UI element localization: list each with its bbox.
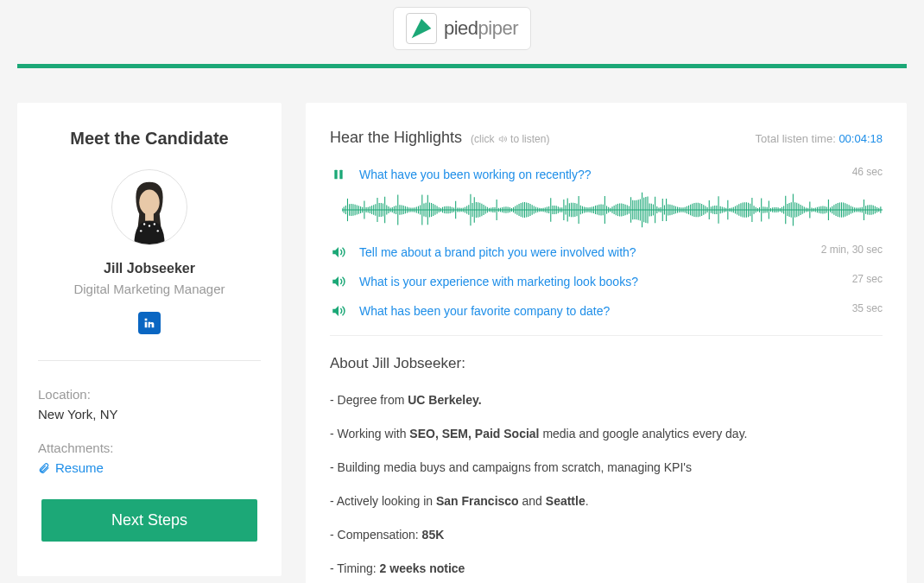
svg-point-7 (157, 230, 159, 231)
svg-rect-8 (334, 170, 337, 180)
company-logo: piedpiper (393, 7, 531, 50)
logo-mark-icon (406, 13, 437, 44)
attachments-label: Attachments: (38, 440, 261, 455)
logo-text: piedpiper (444, 17, 518, 40)
about-line: - Working with SEO, SEM, Paid Social med… (330, 425, 883, 443)
pause-icon[interactable] (330, 166, 347, 183)
audio-waveform[interactable] (342, 192, 883, 228)
about-line: - Timing: 2 weeks notice (330, 560, 883, 578)
svg-point-4 (149, 225, 150, 226)
about-line: - Building media buys and campaigns from… (330, 459, 883, 477)
track-duration: 2 min, 30 sec (821, 244, 883, 256)
divider (38, 360, 261, 361)
track-title[interactable]: Tell me about a brand pitch you were inv… (359, 245, 636, 259)
linkedin-icon[interactable] (138, 312, 161, 334)
about-line: - Compensation: 85K (330, 526, 883, 544)
track-duration: 35 sec (852, 302, 883, 314)
svg-point-1 (139, 189, 159, 214)
track-title[interactable]: What is your experience with marketing l… (359, 275, 638, 288)
paperclip-icon (38, 462, 50, 474)
track-title[interactable]: What have you been working on recently?? (359, 168, 592, 181)
track-title[interactable]: What has been your favorite company to d… (359, 304, 610, 318)
main-content: Hear the Highlights (click to listen) To… (306, 103, 907, 583)
highlights-hint: (click to listen) (471, 133, 549, 145)
candidate-avatar (111, 169, 187, 245)
sidebar-title: Meet the Candidate (38, 129, 261, 149)
sound-icon[interactable] (330, 244, 347, 261)
audio-track: What is your experience with marketing l… (330, 273, 883, 290)
svg-point-5 (154, 223, 155, 225)
highlights-title: Hear the Highlights (330, 129, 462, 147)
next-steps-button[interactable]: Next Steps (41, 499, 257, 542)
location-value: New York, NY (38, 407, 261, 421)
audio-track: What have you been working on recently??… (330, 166, 883, 183)
sound-icon (497, 135, 508, 143)
candidate-name: Jill Jobseeker (38, 261, 261, 276)
divider (330, 335, 883, 336)
total-listen-time: Total listen time: 00:04:18 (756, 132, 883, 145)
svg-point-3 (143, 223, 145, 225)
candidate-role: Digital Marketing Manager (38, 282, 261, 296)
about-line: - Degree from UC Berkeley. (330, 391, 883, 409)
resume-link-text: Resume (55, 460, 104, 475)
svg-point-6 (140, 230, 142, 231)
svg-rect-9 (339, 170, 342, 180)
accent-bar (17, 64, 907, 68)
about-line: - Actively looking in San Francisco and … (330, 492, 883, 510)
location-label: Location: (38, 387, 261, 402)
sound-icon[interactable] (330, 302, 347, 320)
candidate-sidebar: Meet the Candidate Jill Jobseeker Digita… (17, 103, 282, 576)
sound-icon[interactable] (330, 273, 347, 290)
audio-track: Tell me about a brand pitch you were inv… (330, 244, 883, 261)
svg-rect-2 (145, 212, 154, 221)
track-duration: 46 sec (852, 166, 883, 178)
logo-bar: piedpiper (17, 0, 907, 64)
audio-track: What has been your favorite company to d… (330, 302, 883, 320)
about-title: About Jill Jobseeker: (330, 355, 883, 372)
track-duration: 27 sec (852, 273, 883, 285)
resume-link[interactable]: Resume (38, 460, 104, 475)
